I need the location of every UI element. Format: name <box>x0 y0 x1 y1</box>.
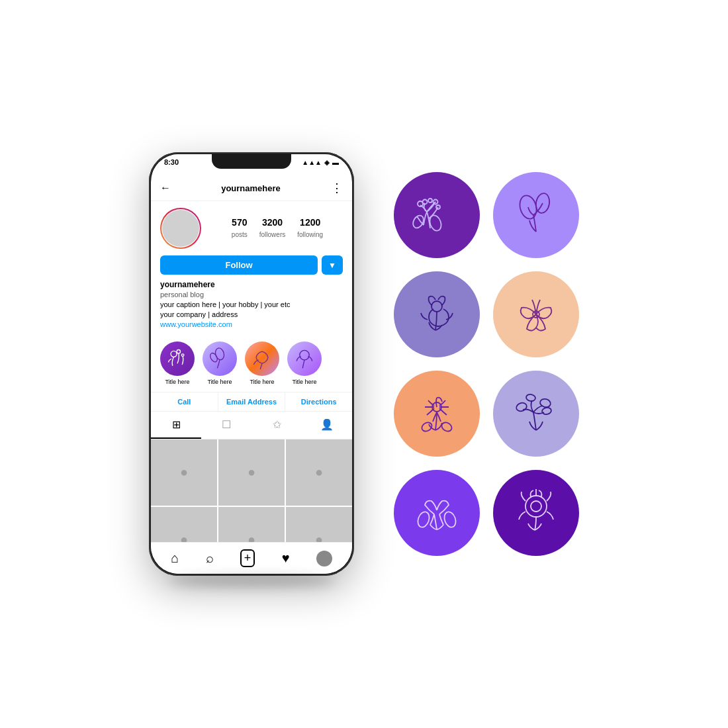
highlight-item-2[interactable]: Title here <box>203 341 237 385</box>
bio-line2: your company | address <box>160 310 343 320</box>
grid-tab[interactable]: ⊞ <box>151 412 201 439</box>
highlight-circle-2 <box>203 341 237 376</box>
icon-circle-3 <box>394 271 480 357</box>
page-container: 8:30 ▲▲▲ ◈ ▬ ← yournamehere ⋮ <box>0 0 728 728</box>
ig-profile: 570 posts 3200 followers 1200 following <box>151 201 352 335</box>
content-tabs: ⊞ ☐ ✩ 👤 <box>151 412 352 439</box>
svg-point-8 <box>428 199 432 203</box>
following-label: following <box>297 231 323 238</box>
battery-icon: ▬ <box>332 159 339 166</box>
tagged-tab[interactable]: ✩ <box>251 412 302 439</box>
highlight-item-3[interactable]: Title here <box>245 341 279 385</box>
follow-row: Follow ▼ <box>160 255 343 275</box>
highlight-item-1[interactable]: Title here <box>160 341 195 385</box>
highlight-circle-1 <box>160 341 195 376</box>
highlight-label-3: Title here <box>250 379 274 385</box>
ig-nav: ← yournamehere ⋮ <box>151 175 352 201</box>
photo-grid: ● ● ● ● ● ● <box>151 439 352 542</box>
grid-item-2[interactable]: ● <box>218 439 285 506</box>
grid-item-3[interactable]: ● <box>286 439 352 506</box>
signal-icon: ▲▲▲ <box>302 159 322 166</box>
svg-point-11 <box>411 214 426 230</box>
svg-point-12 <box>428 214 443 232</box>
profile-actions: Call Email Address Directions <box>151 392 352 412</box>
posts-count: 570 <box>232 217 248 228</box>
profile-icon[interactable] <box>316 551 332 567</box>
icon-circle-8 <box>493 470 579 556</box>
status-bar: 8:30 ▲▲▲ ◈ ▬ <box>151 158 352 166</box>
svg-point-15 <box>432 301 442 312</box>
phone-screen: 8:30 ▲▲▲ ◈ ▬ ← yournamehere ⋮ <box>151 154 352 574</box>
grid-item-1[interactable]: ● <box>151 439 217 506</box>
svg-point-20 <box>515 402 527 413</box>
bio-name: yournamehere <box>160 280 343 289</box>
back-button[interactable]: ← <box>160 182 171 194</box>
screen-content: ← yournamehere ⋮ 570 <box>151 175 352 542</box>
search-icon[interactable]: ⌕ <box>206 551 214 566</box>
highlight-label-4: Title here <box>292 379 316 385</box>
icon-circle-2 <box>493 172 579 258</box>
highlight-label-1: Title here <box>165 379 189 385</box>
svg-point-23 <box>541 407 552 415</box>
bottom-nav: ⌂ ⌕ + ♥ <box>151 542 352 574</box>
call-button[interactable]: Call <box>151 392 218 411</box>
profile-top: 570 posts 3200 followers 1200 following <box>160 208 343 249</box>
new-post-icon[interactable]: + <box>240 549 255 567</box>
posts-label: posts <box>232 231 248 238</box>
icon-circle-7 <box>394 470 480 556</box>
stat-following: 1200 following <box>297 217 323 240</box>
reels-tab[interactable]: ☐ <box>201 412 251 439</box>
profile-username: yournamehere <box>221 183 281 193</box>
stat-followers: 3200 followers <box>259 217 285 240</box>
svg-point-2 <box>181 354 184 357</box>
heart-icon[interactable]: ♥ <box>282 551 290 566</box>
igtv-tab[interactable]: 👤 <box>302 412 352 439</box>
icon-circle-5 <box>394 371 480 457</box>
phone-shadow <box>169 574 334 588</box>
email-button[interactable]: Email Address <box>218 392 286 411</box>
status-time: 8:30 <box>164 158 179 166</box>
highlight-item-4[interactable]: Title here <box>287 341 322 385</box>
phone-body: 8:30 ▲▲▲ ◈ ▬ ← yournamehere ⋮ <box>149 152 354 576</box>
svg-point-4 <box>209 351 219 363</box>
stat-posts: 570 posts <box>232 217 248 240</box>
more-button[interactable]: ⋮ <box>331 181 343 195</box>
bio-link[interactable]: www.yourwebsite.com <box>160 320 343 328</box>
avatar <box>162 210 199 247</box>
svg-point-21 <box>525 394 536 402</box>
avatar-ring <box>160 208 201 249</box>
svg-point-19 <box>440 421 453 433</box>
highlight-circle-3 <box>245 341 279 376</box>
notch-area: 8:30 ▲▲▲ ◈ ▬ <box>151 154 352 175</box>
bio-type: personal blog <box>160 291 343 298</box>
status-icons: ▲▲▲ ◈ ▬ <box>302 158 339 166</box>
highlight-label-2: Title here <box>207 379 232 385</box>
wifi-icon: ◈ <box>324 159 330 166</box>
svg-point-3 <box>214 347 226 361</box>
grid-item-6[interactable]: ● <box>286 507 352 542</box>
svg-point-26 <box>525 496 547 517</box>
svg-point-18 <box>420 421 433 433</box>
svg-point-24 <box>416 510 431 529</box>
icon-circle-6 <box>493 371 579 457</box>
bio-line1: your caption here | your hobby | your et… <box>160 300 343 310</box>
svg-point-0 <box>171 351 177 357</box>
svg-point-25 <box>442 510 457 529</box>
svg-point-27 <box>531 501 541 512</box>
directions-button[interactable]: Directions <box>285 392 352 411</box>
following-count: 1200 <box>297 217 323 228</box>
phone-mockup: 8:30 ▲▲▲ ◈ ▬ ← yournamehere ⋮ <box>149 152 354 576</box>
home-icon[interactable]: ⌂ <box>171 551 179 566</box>
grid-item-4[interactable]: ● <box>151 507 217 542</box>
svg-point-5 <box>300 350 309 359</box>
svg-point-1 <box>177 349 180 353</box>
icon-circle-1 <box>394 172 480 258</box>
follow-button[interactable]: Follow <box>160 255 318 275</box>
profile-stats: 570 posts 3200 followers 1200 following <box>212 217 343 240</box>
icon-circles-grid <box>394 172 579 556</box>
followers-label: followers <box>259 231 285 238</box>
grid-item-5[interactable]: ● <box>218 507 285 542</box>
highlights-row: Title here Title here <box>151 335 352 392</box>
followers-count: 3200 <box>259 217 285 228</box>
follow-dropdown-button[interactable]: ▼ <box>322 255 343 275</box>
